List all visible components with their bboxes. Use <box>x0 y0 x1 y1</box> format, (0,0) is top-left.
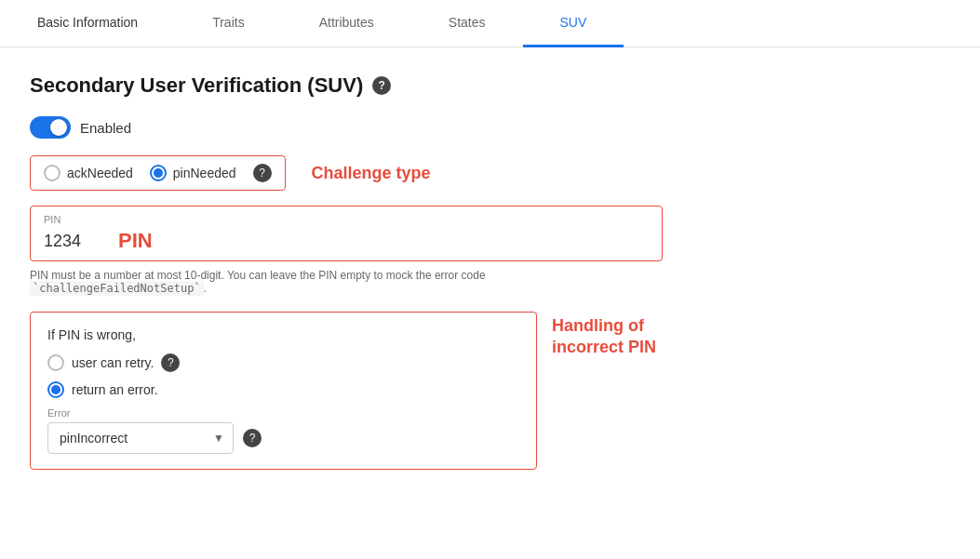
incorrect-pin-row: If PIN is wrong, user can retry. ? retur… <box>30 312 950 470</box>
radio-pin-label: pinNeeded <box>173 166 236 180</box>
incorrect-pin-title: If PIN is wrong, <box>47 327 519 342</box>
enabled-toggle-row: Enabled <box>30 116 950 139</box>
error-dropdown-wrapper: pinIncorrect pinLocked pinExpired ▼ <box>47 422 234 454</box>
radio-retry[interactable]: user can retry. ? <box>47 353 519 372</box>
radio-pin-circle <box>150 165 167 181</box>
tab-bar: Basic Information Traits Attributes Stat… <box>0 0 980 47</box>
error-help-icon[interactable]: ? <box>243 429 262 447</box>
radio-ack-needed[interactable]: ackNeeded <box>44 165 133 181</box>
radio-retry-label: user can retry. <box>72 355 154 370</box>
page-title-text: Secondary User Verification (SUV) <box>30 73 363 98</box>
title-help-icon[interactable]: ? <box>372 76 391 95</box>
retry-help-icon[interactable]: ? <box>161 353 180 372</box>
pin-hint: PIN must be a number at most 10-digit. Y… <box>30 269 663 295</box>
radio-retry-circle <box>47 354 64 371</box>
challenge-type-row: ackNeeded pinNeeded ? Challenge type <box>30 155 950 191</box>
challenge-type-radio-group: ackNeeded pinNeeded ? <box>30 155 286 191</box>
main-content: Secondary User Verification (SUV) ? Enab… <box>0 47 980 496</box>
pin-field-row: 1234 PIN <box>44 229 649 253</box>
radio-error-circle <box>47 381 64 398</box>
pin-field-label: PIN <box>44 214 649 225</box>
radio-ack-circle <box>44 165 60 181</box>
tab-suv[interactable]: SUV <box>523 0 624 47</box>
error-dropdown-section: Error pinIncorrect pinLocked pinExpired … <box>47 407 519 454</box>
pin-field-container: PIN 1234 PIN <box>30 206 663 261</box>
radio-ack-label: ackNeeded <box>67 166 133 180</box>
pin-big-annotation: PIN <box>118 229 153 253</box>
tab-attributes[interactable]: Attributes <box>282 0 411 47</box>
tab-states[interactable]: States <box>411 0 523 47</box>
incorrect-pin-annotation: Handling ofincorrect PIN <box>552 315 656 359</box>
radio-pin-needed[interactable]: pinNeeded <box>150 165 236 181</box>
enabled-toggle[interactable] <box>30 116 71 139</box>
radio-error[interactable]: return an error. <box>47 381 519 398</box>
enabled-label: Enabled <box>80 120 131 136</box>
toggle-thumb <box>50 119 67 136</box>
pin-hint-text: PIN must be a number at most 10-digit. Y… <box>30 269 486 296</box>
pin-value[interactable]: 1234 <box>44 232 100 251</box>
error-dropdown-label: Error <box>47 407 519 419</box>
challenge-type-help-icon[interactable]: ? <box>253 164 272 182</box>
incorrect-pin-box: If PIN is wrong, user can retry. ? retur… <box>30 312 537 470</box>
challenge-type-annotation: Challenge type <box>312 164 431 183</box>
tab-traits[interactable]: Traits <box>175 0 281 47</box>
page-title: Secondary User Verification (SUV) ? <box>30 73 950 98</box>
error-dropdown[interactable]: pinIncorrect pinLocked pinExpired <box>47 422 234 454</box>
tab-basic-information[interactable]: Basic Information <box>0 0 175 47</box>
radio-error-label: return an error. <box>72 382 158 397</box>
error-dropdown-row: pinIncorrect pinLocked pinExpired ▼ ? <box>47 422 519 454</box>
